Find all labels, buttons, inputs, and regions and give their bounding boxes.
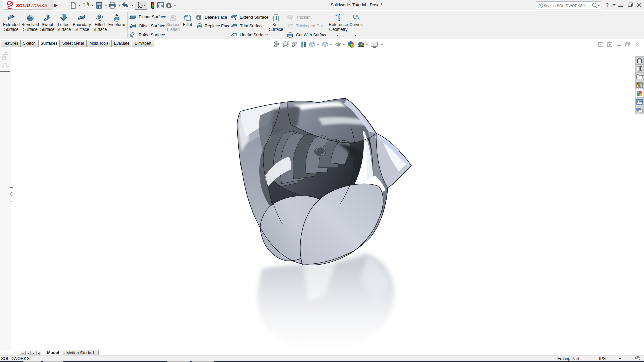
svg-text:WORKS: WORKS [30, 3, 47, 8]
svg-text:?: ? [539, 3, 541, 7]
svg-text:SOLID: SOLID [16, 3, 30, 8]
